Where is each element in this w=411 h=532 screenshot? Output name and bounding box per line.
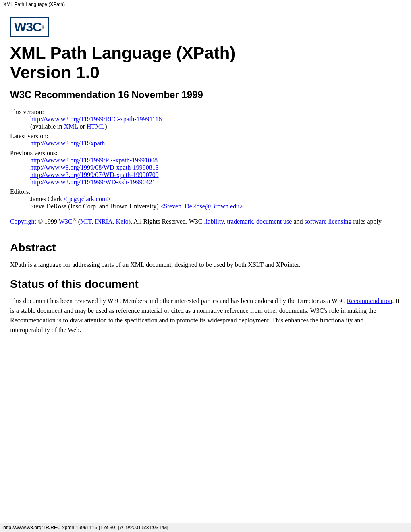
page-title-line1: XML Path Language (XPath)	[10, 44, 235, 62]
prev-url-3[interactable]: http://www.w3.org/1999/07/WD-xpath-19990…	[30, 171, 159, 178]
page-content: W3C® XML Path Language (XPath) Version 1…	[0, 9, 411, 364]
copyright-block: Copyright © 1999 W3C® (MIT, INRIA, Keio)…	[10, 216, 401, 227]
this-version-indent: http://www.w3.org/TR/1999/REC-xpath-1999…	[10, 116, 401, 130]
w3c-logo-inner: W3C®	[14, 20, 45, 35]
prev-url-4[interactable]: http://www.w3.org/TR/1999/WD-xslt-199904…	[30, 179, 156, 185]
editors-label: Editors:	[10, 188, 31, 195]
and-text: and	[292, 218, 304, 225]
rules-text: rules apply.	[351, 218, 383, 225]
copyright-link[interactable]: Copyright	[10, 218, 36, 225]
latest-version-url[interactable]: http://www.w3.org/TR/xpath	[30, 140, 105, 147]
this-version-label: This version:	[10, 108, 44, 115]
inria-link[interactable]: INRIA	[95, 218, 112, 225]
page-title-line2: Version 1.0	[10, 63, 100, 82]
prev-url-2[interactable]: http://www.w3.org/1999/08/WD-xpath-19990…	[30, 164, 159, 171]
w3c-logo: W3C®	[10, 17, 49, 37]
this-version-url[interactable]: http://www.w3.org/TR/1999/REC-xpath-1999…	[30, 116, 162, 123]
editor2-email[interactable]: <Steven_DeRose@Brown.edu>	[160, 203, 243, 210]
paren-open: (	[77, 218, 80, 225]
browser-tab: XML Path Language (XPath)	[0, 0, 411, 9]
comma2: ,	[113, 218, 116, 225]
w3c-link[interactable]: W3C	[59, 218, 73, 225]
comma3: ,	[224, 218, 227, 225]
previous-versions-section: Previous versions: http://www.w3.org/TR/…	[10, 150, 401, 186]
latest-version-section: Latest version: http://www.w3.org/TR/xpa…	[10, 133, 401, 147]
editor1-name: James Clark	[30, 195, 64, 202]
previous-versions-indent: http://www.w3.org/TR/1999/PR-xpath-19991…	[10, 157, 401, 186]
copyright-symbol: © 1999	[36, 218, 59, 225]
paren-close: ), All Rights Reserved. W3C	[129, 218, 204, 225]
editors-indent: James Clark <jjc@jclark.com> Steve DeRos…	[10, 195, 401, 210]
latest-version-indent: http://www.w3.org/TR/xpath	[10, 140, 401, 147]
or-text: or	[78, 123, 86, 130]
abstract-text: XPath is a language for addressing parts…	[10, 260, 401, 270]
this-version-section: This version: http://www.w3.org/TR/1999/…	[10, 108, 401, 130]
editor2-name: Steve DeRose (Inso Corp. and Brown Unive…	[30, 203, 160, 210]
editors-section: Editors: James Clark <jjc@jclark.com> St…	[10, 188, 401, 210]
status-heading: Status of this document	[10, 278, 401, 291]
status-bar-text: http://www.w3.org/TR/REC-xpath-19991116 …	[3, 525, 168, 530]
w3c-registered: ®	[73, 216, 77, 222]
mit-link[interactable]: MIT	[80, 218, 91, 225]
available-text: (available in	[30, 123, 64, 130]
w3c-logo-text: W3C	[14, 20, 42, 35]
divider	[10, 233, 401, 233]
tab-title: XML Path Language (XPath)	[3, 2, 65, 7]
comma4: ,	[253, 218, 256, 225]
recommendation-link[interactable]: Recommendation	[347, 297, 392, 304]
prev-url-1[interactable]: http://www.w3.org/TR/1999/PR-xpath-19991…	[30, 157, 158, 164]
trademark-link[interactable]: trademark	[227, 218, 253, 225]
html-link[interactable]: HTML	[87, 123, 105, 130]
editor1-row: James Clark <jjc@jclark.com>	[30, 195, 401, 203]
keio-link[interactable]: Keio	[116, 218, 129, 225]
page-title: XML Path Language (XPath) Version 1.0	[10, 44, 401, 83]
page-subtitle: W3C Recommendation 16 November 1999	[10, 89, 401, 100]
liability-link[interactable]: liability	[204, 218, 224, 225]
xml-link[interactable]: XML	[64, 123, 78, 130]
document-use-link[interactable]: document use	[256, 218, 292, 225]
previous-versions-label: Previous versions:	[10, 150, 58, 156]
w3c-logo-registered: ®	[42, 25, 45, 29]
abstract-heading: Abstract	[10, 241, 401, 254]
latest-version-label: Latest version:	[10, 133, 48, 139]
editor2-row: Steve DeRose (Inso Corp. and Brown Unive…	[30, 203, 401, 210]
software-licensing-link[interactable]: software licensing	[305, 218, 352, 225]
editor1-email[interactable]: <jjc@jclark.com>	[64, 195, 111, 202]
status-text: This document has been reviewed by W3C M…	[10, 296, 401, 335]
available-close: )	[105, 123, 107, 130]
comma1: ,	[91, 218, 95, 225]
status-bar: http://www.w3.org/TR/REC-xpath-19991116 …	[0, 523, 411, 532]
